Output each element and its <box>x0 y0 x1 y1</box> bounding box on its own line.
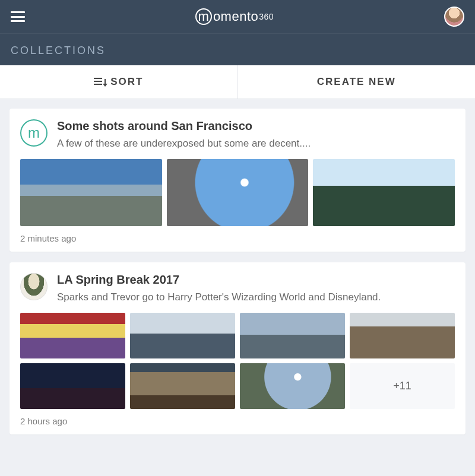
logo-mark-icon: m <box>195 8 212 25</box>
sub-header: COLLECTIONS <box>0 33 475 65</box>
collection-title: Some shots around San Francisco <box>57 119 311 133</box>
thumbnail[interactable] <box>167 159 309 227</box>
thumbnail-grid <box>20 159 455 227</box>
thumbnail[interactable] <box>240 313 345 358</box>
menu-icon[interactable] <box>11 11 25 22</box>
thumbnail[interactable] <box>240 363 345 409</box>
thumbnail[interactable] <box>130 313 235 358</box>
collection-avatar[interactable]: m <box>20 119 48 147</box>
more-thumbnails-tile[interactable]: +11 <box>350 363 455 409</box>
app-logo[interactable]: momento360 <box>195 8 274 25</box>
sort-button[interactable]: SORT <box>0 65 238 99</box>
logo-mark-letter: m <box>198 9 209 24</box>
collection-avatar[interactable] <box>20 273 48 300</box>
action-bar: SORT CREATE NEW <box>0 65 475 99</box>
collection-card[interactable]: LA Spring Break 2017Sparks and Trevor go… <box>10 262 466 434</box>
sort-label: SORT <box>110 76 143 88</box>
thumbnail[interactable] <box>130 363 235 409</box>
collection-meta: Some shots around San FranciscoA few of … <box>57 119 311 151</box>
collection-card[interactable]: mSome shots around San FranciscoA few of… <box>10 109 466 252</box>
collection-timestamp: 2 hours ago <box>20 416 455 426</box>
top-bar: momento360 <box>0 0 475 33</box>
collection-description: Sparks and Trevor go to Harry Potter's W… <box>57 290 381 304</box>
collection-title: LA Spring Break 2017 <box>57 273 381 287</box>
create-new-button[interactable]: CREATE NEW <box>238 65 476 99</box>
collection-description: A few of these are underexposed but some… <box>57 137 311 151</box>
thumbnail[interactable] <box>20 363 125 409</box>
thumbnail[interactable] <box>20 159 162 227</box>
collection-header: LA Spring Break 2017Sparks and Trevor go… <box>20 273 455 304</box>
page-title: COLLECTIONS <box>11 45 464 57</box>
sort-icon <box>94 78 104 86</box>
collection-timestamp: 2 minutes ago <box>20 233 455 243</box>
create-new-label: CREATE NEW <box>317 76 396 88</box>
thumbnail[interactable] <box>20 313 125 358</box>
user-avatar[interactable] <box>444 7 464 27</box>
logo-text-main: omento <box>213 9 258 24</box>
collection-header: mSome shots around San FranciscoA few of… <box>20 119 455 151</box>
thumbnail-grid: +11 <box>20 313 455 409</box>
collection-meta: LA Spring Break 2017Sparks and Trevor go… <box>57 273 381 304</box>
logo-text-suffix: 360 <box>259 12 274 21</box>
thumbnail[interactable] <box>350 313 455 358</box>
thumbnail[interactable] <box>313 159 455 227</box>
collections-list: mSome shots around San FranciscoA few of… <box>0 99 475 444</box>
